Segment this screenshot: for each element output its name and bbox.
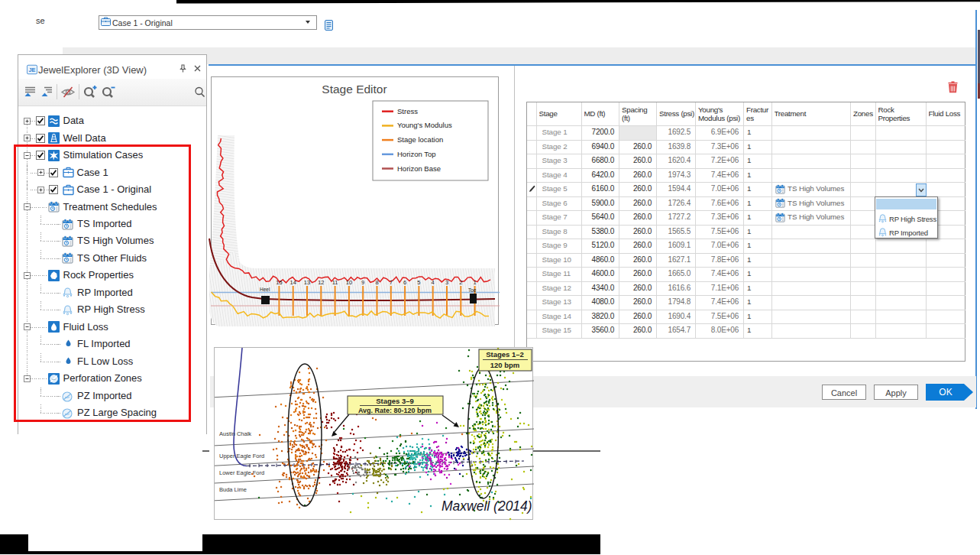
svg-text:Stages 3–9: Stages 3–9 [376,397,414,405]
svg-text:Stage Editor: Stage Editor [322,83,387,96]
svg-text:Austin Chalk: Austin Chalk [219,430,251,437]
svg-text:Buda Lime: Buda Lime [219,486,247,493]
svg-text:3: 3 [445,279,448,286]
svg-text:Maxwell (2014): Maxwell (2014) [441,498,532,514]
svg-text:7: 7 [390,279,393,286]
svg-text:Stages 1–2: Stages 1–2 [486,350,524,359]
svg-text:8: 8 [375,279,378,286]
svg-text:Lower Eagle Ford: Lower Eagle Ford [219,469,264,476]
svg-text:Young's Modulus: Young's Modulus [397,121,452,129]
svg-text:11: 11 [332,279,338,286]
svg-text:Horizon Top: Horizon Top [397,150,436,158]
svg-text:15: 15 [276,279,282,286]
svg-text:Stress: Stress [397,107,418,115]
svg-text:Upper Eagle Ford: Upper Eagle Ford [219,453,264,459]
svg-text:Horizon Base: Horizon Base [397,164,441,173]
svg-text:Heel: Heel [260,287,270,292]
svg-text:14: 14 [290,279,296,286]
svg-text:Toe: Toe [468,287,477,293]
svg-text:OK: OK [939,387,952,398]
svg-text:2: 2 [459,279,462,286]
svg-text:10: 10 [346,279,352,286]
svg-text:120 bpm: 120 bpm [490,361,520,369]
svg-text:5: 5 [417,279,420,286]
svg-text:Stage location: Stage location [397,135,443,144]
svg-text:4: 4 [432,279,435,286]
svg-text:13: 13 [304,279,310,286]
svg-text:Avg. Rate: 80-120 bpm: Avg. Rate: 80-120 bpm [358,407,432,414]
svg-text:9: 9 [361,279,364,286]
svg-text:12: 12 [318,279,324,286]
svg-text:1: 1 [474,279,477,286]
svg-text:6: 6 [403,279,406,286]
svg-text:JE: JE [28,67,35,73]
